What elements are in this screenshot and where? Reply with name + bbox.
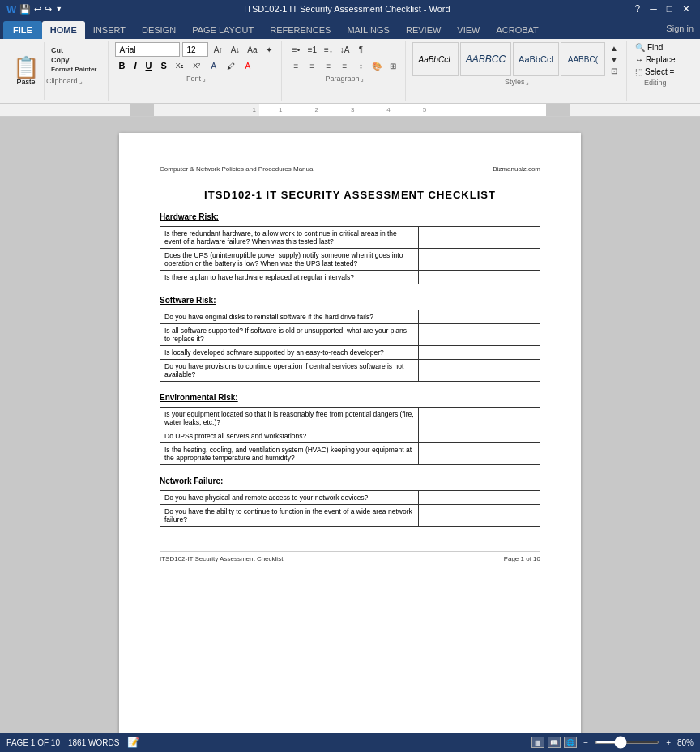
tab-design[interactable]: DESIGN <box>134 21 184 39</box>
subscript-button[interactable]: X₂ <box>173 58 187 73</box>
proofing-icon[interactable]: 📝 <box>127 737 139 748</box>
paragraph-controls: ≡• ≡1 ≡↓ ↕A ¶ ≡ ≡ ≡ ≡ ↕ 🎨 ⊞ <box>288 42 400 73</box>
tab-pagelayout[interactable]: PAGE LAYOUT <box>184 21 262 39</box>
hardware-a2 <box>418 249 540 271</box>
maximize-button[interactable]: □ <box>664 3 676 15</box>
ribbon-group-clipboard: 📋 Paste Cut Copy Format Painter Clipboar… <box>3 41 109 101</box>
page-header: Computer & Network Policies and Procedur… <box>160 165 540 173</box>
help-button[interactable]: ? <box>632 3 644 15</box>
para-row2: ≡ ≡ ≡ ≡ ↕ 🎨 ⊞ <box>288 58 400 73</box>
underline-button[interactable]: U <box>142 60 155 71</box>
style-emphasis[interactable]: AaBbCcL <box>412 42 458 76</box>
borders-button[interactable]: ⊞ <box>386 58 400 73</box>
styles-expand-icon[interactable]: ⌟ <box>526 79 529 86</box>
numbering-button[interactable]: ≡1 <box>305 42 319 57</box>
bullets-button[interactable]: ≡• <box>288 42 303 57</box>
paste-button[interactable]: 📋 Paste <box>8 42 45 100</box>
table-row: Is there redundant hardware, to allow wo… <box>160 227 540 249</box>
align-center-button[interactable]: ≡ <box>305 58 319 73</box>
zoom-slider[interactable] <box>595 741 659 744</box>
line-spacing-button[interactable]: ↕ <box>353 58 368 73</box>
format-painter-button[interactable]: Format Painter <box>49 65 98 74</box>
clipboard-group-label: Clipboard ⌟ <box>46 77 101 85</box>
print-layout-view[interactable]: ▦ <box>531 737 544 748</box>
ribbon-tabs: FILE HOME INSERT DESIGN PAGE LAYOUT REFE… <box>0 18 700 39</box>
bold-button[interactable]: B <box>115 60 128 71</box>
text-effect-button[interactable]: A <box>207 58 221 73</box>
sort-button[interactable]: ↕A <box>337 42 352 57</box>
table-row: Is all software supported? If software i… <box>160 324 540 346</box>
align-right-button[interactable]: ≡ <box>321 58 335 73</box>
find-button[interactable]: 🔍 Find <box>634 42 677 53</box>
strikethrough-button[interactable]: S <box>157 60 169 71</box>
word-icon: W <box>6 3 16 15</box>
tab-review[interactable]: REVIEW <box>398 21 449 39</box>
table-row: Is locally developed software supported … <box>160 346 540 360</box>
page-right-margin-indicator <box>581 133 605 716</box>
font-group-label: Font ⌟ <box>186 75 206 83</box>
tab-mailings[interactable]: MAILINGS <box>339 21 398 39</box>
env-q3: Is the heating, cooling, and ventilation… <box>160 443 419 465</box>
net-a2 <box>418 505 540 527</box>
font-expand-icon[interactable]: ⌟ <box>203 75 206 83</box>
table-row: Is there a plan to have hardware replace… <box>160 271 540 284</box>
undo-icon[interactable]: ↩ <box>34 4 41 15</box>
styles-expand[interactable]: ⊡ <box>607 65 621 76</box>
quick-save-icon[interactable]: 💾 <box>19 4 31 15</box>
paragraph-expand-icon[interactable]: ⌟ <box>361 75 364 83</box>
zoom-in-icon[interactable]: + <box>666 738 671 747</box>
show-para-button[interactable]: ¶ <box>353 42 368 57</box>
tab-references[interactable]: REFERENCES <box>262 21 339 39</box>
tab-view[interactable]: VIEW <box>449 21 488 39</box>
software-q1: Do you have original disks to reinstall … <box>160 310 419 324</box>
title-bar-left: W 💾 ↩ ↪ ▼ <box>6 3 62 15</box>
customize-icon[interactable]: ▼ <box>55 5 62 13</box>
style-heading3[interactable]: AABBC( <box>561 42 605 76</box>
font-shrink-button[interactable]: A↓ <box>228 42 242 57</box>
close-button[interactable]: ✕ <box>679 3 694 15</box>
select-button[interactable]: ⬚ Select = <box>634 66 677 77</box>
superscript-button[interactable]: X² <box>190 58 204 73</box>
redo-icon[interactable]: ↪ <box>45 4 52 15</box>
read-mode-view[interactable]: 📖 <box>548 737 561 748</box>
clipboard-right: Cut Copy Format Painter <box>46 44 101 75</box>
styles-scroll: ▲ ▼ ⊡ <box>607 42 621 76</box>
cut-button[interactable]: Cut <box>49 45 98 55</box>
hardware-q3: Is there a plan to have hardware replace… <box>160 271 419 284</box>
minimize-button[interactable]: ─ <box>647 3 660 15</box>
styles-scroll-down[interactable]: ▼ <box>607 53 621 65</box>
italic-button[interactable]: I <box>130 60 139 71</box>
font-size-input[interactable] <box>182 42 208 57</box>
tab-home[interactable]: HOME <box>42 21 85 39</box>
web-layout-view[interactable]: 🌐 <box>564 737 577 748</box>
clear-format-button[interactable]: ✦ <box>262 42 276 57</box>
multilevel-button[interactable]: ≡↓ <box>321 42 335 57</box>
hardware-a3 <box>418 271 540 284</box>
tab-insert[interactable]: INSERT <box>85 21 134 39</box>
shading-button[interactable]: 🎨 <box>369 58 384 73</box>
view-icons: ▦ 📖 🌐 <box>531 737 577 748</box>
styles-scroll-up[interactable]: ▲ <box>607 42 621 53</box>
style-heading1[interactable]: AABBCC <box>460 42 511 76</box>
env-a2 <box>418 429 540 443</box>
style-heading2[interactable]: AaBbCcl <box>513 42 559 76</box>
justify-button[interactable]: ≡ <box>337 58 352 73</box>
tab-file[interactable]: FILE <box>3 21 42 39</box>
zoom-out-icon[interactable]: − <box>583 738 588 747</box>
text-highlight-button[interactable]: 🖍 <box>224 58 238 73</box>
copy-button[interactable]: Copy <box>49 55 98 65</box>
align-left-button[interactable]: ≡ <box>288 58 303 73</box>
font-grow-button[interactable]: A↑ <box>211 42 225 57</box>
env-a3 <box>418 443 540 465</box>
hardware-q2: Does the UPS (uninterruptible power supp… <box>160 249 419 271</box>
replace-icon: ↔ <box>635 55 643 64</box>
change-case-button[interactable]: Aa <box>245 42 259 57</box>
font-name-input[interactable] <box>115 42 180 57</box>
replace-button[interactable]: ↔ Replace <box>634 54 677 65</box>
sign-in-link[interactable]: Sign in <box>659 20 700 36</box>
header-left: Computer & Network Policies and Procedur… <box>160 165 314 173</box>
tab-acrobat[interactable]: ACROBAT <box>488 21 546 39</box>
clipboard-expand-icon[interactable]: ⌟ <box>79 78 83 85</box>
table-row: Do you have the ability to continue to f… <box>160 505 540 527</box>
font-color-button[interactable]: A <box>241 58 255 73</box>
